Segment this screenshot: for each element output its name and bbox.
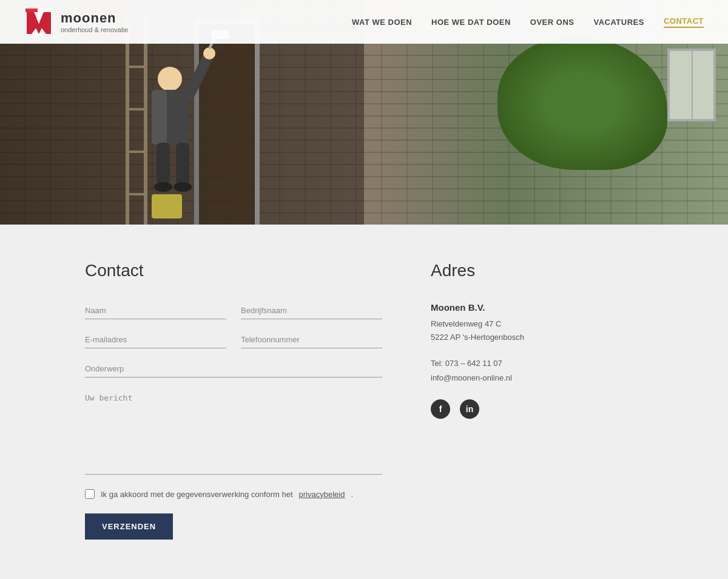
form-row-1 [85, 302, 382, 319]
svg-rect-26 [152, 194, 182, 218]
logo-text-area: moonen onderhoud & renovatie [61, 10, 128, 33]
city-line: 5222 AP 's-Hertogenbosch [431, 331, 643, 344]
telefoonnummer-group [241, 331, 382, 348]
form-row-2 [85, 331, 382, 348]
contact-details: Tel: 073 – 642 11 07 info@moonen-online.… [431, 356, 643, 385]
site-header: moonen onderhoud & renovatie WAT WE DOEN… [0, 0, 728, 44]
naam-group [85, 302, 226, 319]
street-line: Rietveldenweg 47 C [431, 317, 643, 331]
nav-hoe-we-dat-doen[interactable]: HOE WE DAT DOEN [431, 18, 511, 27]
telefoonnummer-input[interactable] [241, 331, 382, 348]
bedrijfsnaam-input[interactable] [241, 302, 382, 319]
contact-title: Contact [85, 261, 382, 280]
email-line: info@moonen-online.nl [431, 371, 643, 385]
privacy-text-prefix: Ik ga akkoord met de gegevensverwerking … [101, 490, 293, 499]
company-name: Moonen B.V. [431, 302, 643, 313]
nav-over-ons[interactable]: OVER ONS [530, 18, 575, 27]
contact-form-area: Contact [85, 261, 382, 540]
privacy-checkbox[interactable] [85, 489, 95, 499]
svg-rect-11 [152, 90, 167, 144]
svg-rect-5 [194, 18, 199, 225]
svg-rect-16 [157, 143, 170, 185]
hero-window [667, 49, 716, 121]
nav-contact[interactable]: CONTACT [664, 16, 704, 28]
bedrijfsnaam-group [241, 302, 382, 319]
emailadres-input[interactable] [85, 331, 226, 348]
emailadres-group [85, 331, 226, 348]
bericht-textarea[interactable] [85, 390, 382, 475]
address-area: Adres Moonen B.V. Rietveldenweg 47 C 522… [431, 261, 643, 540]
logo-name: moonen [61, 10, 128, 26]
content-inner: Contact [73, 261, 655, 540]
svg-point-19 [174, 182, 192, 192]
logo-icon [24, 7, 53, 36]
svg-rect-6 [255, 18, 260, 225]
svg-rect-17 [176, 143, 189, 185]
svg-point-18 [154, 182, 172, 192]
submit-button[interactable]: VERZENDEN [85, 513, 173, 540]
privacy-text-suffix: . [351, 490, 353, 499]
logo[interactable]: moonen onderhoud & renovatie [24, 7, 128, 36]
nav-wat-we-doen[interactable]: WAT WE DOEN [352, 18, 412, 27]
linkedin-icon[interactable]: in [460, 399, 479, 419]
content-section: Contact [0, 225, 728, 579]
hero-worker-illustration [97, 18, 279, 225]
bericht-group [85, 390, 382, 477]
social-icons: f in [431, 399, 643, 419]
onderwerp-group [85, 361, 382, 378]
facebook-icon[interactable]: f [431, 399, 450, 419]
hero-foliage [497, 36, 667, 170]
onderwerp-input[interactable] [85, 361, 382, 378]
privacy-link[interactable]: privacybeleid [299, 490, 345, 499]
svg-rect-4 [25, 8, 38, 12]
address-title: Adres [431, 261, 643, 280]
privacy-row: Ik ga akkoord met de gegevensverwerking … [85, 489, 382, 499]
main-nav: WAT WE DOEN HOE WE DAT DOEN OVER ONS VAC… [352, 16, 704, 28]
tel-line: Tel: 073 – 642 11 07 [431, 356, 643, 370]
nav-vacatures[interactable]: VACATURES [593, 18, 644, 27]
svg-point-9 [158, 67, 182, 91]
naam-input[interactable] [85, 302, 226, 319]
svg-point-13 [203, 47, 215, 59]
logo-sub: onderhoud & renovatie [61, 26, 128, 33]
